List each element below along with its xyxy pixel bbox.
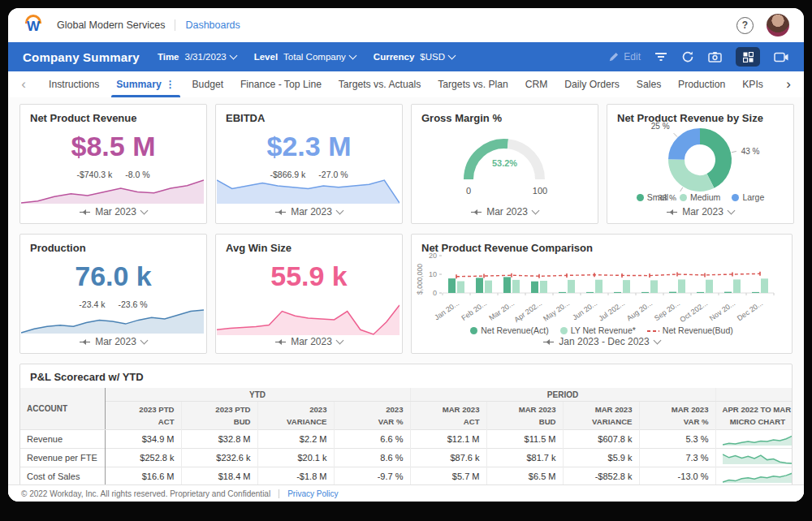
refresh-button[interactable] (681, 50, 694, 63)
period-label: Mar 2023 (682, 206, 723, 217)
table-title: P&L Scorecard w/ YTD (20, 364, 792, 388)
as-of-icon (275, 338, 286, 346)
period-selector[interactable]: Mar 2023 (216, 334, 402, 350)
legend-label: Medium (690, 192, 720, 202)
column-header-line2: VAR % (684, 417, 709, 426)
time-filter: Time 3/31/2023 (158, 52, 236, 62)
period-label: Mar 2023 (291, 336, 332, 347)
column-header-line1: 2023 (386, 405, 403, 414)
column-header-line1: 2023 PTD (139, 405, 174, 414)
value-cell: $5.9 k (563, 449, 639, 467)
tab-production[interactable]: Production (670, 71, 733, 97)
value-cell: $6.5 M (486, 467, 563, 486)
header-actions: Edit (608, 47, 789, 67)
micro-chart (723, 452, 792, 464)
period-selector[interactable]: Jan 2023 - Dec 2023 (412, 334, 792, 350)
help-icon[interactable] (736, 17, 754, 34)
column-header: 2023VARIANCE (257, 402, 334, 430)
time-value-dropdown[interactable]: 3/31/2023 (185, 52, 236, 62)
tab-targets-vs-plan[interactable]: Targets vs. Plan (430, 71, 516, 97)
value-cell: $5.7 M (410, 467, 486, 486)
tab-targets-vs-actuals[interactable]: Targets vs. Actuals (330, 71, 430, 97)
column-header-line2: VARIANCE (287, 417, 326, 426)
sparkline-chart (217, 303, 400, 335)
cards-row-2: Production 76.0 k -23.4 k -23.6 % Mar 20… (19, 234, 793, 354)
tab-instructions[interactable]: Instructions (41, 71, 107, 97)
value-cell: -13.0 % (639, 467, 715, 486)
currency-filter: Currency $USD (374, 52, 455, 62)
column-header-line1: MAR 2023 (595, 405, 633, 414)
snapshot-button[interactable] (708, 51, 722, 62)
svg-text:Jul 202...: Jul 202... (597, 299, 626, 322)
tab-kpis[interactable]: KPIs (734, 71, 771, 97)
svg-text:43 %: 43 % (741, 147, 760, 156)
column-header: MAR 2023BUD (486, 402, 563, 430)
gauge-value: 53.2% (412, 158, 598, 168)
legend-swatch (732, 194, 739, 201)
tab-label: Summary (116, 79, 162, 90)
period-label: Jan 2023 - Dec 2023 (559, 336, 649, 347)
micro-chart-cell (715, 430, 792, 449)
value-cell: 8.6 % (334, 449, 410, 467)
filter-button[interactable] (654, 51, 667, 62)
period-selector[interactable]: Mar 2023 (216, 204, 402, 220)
tab-label: Instructions (49, 79, 99, 90)
logo-letter (23, 19, 44, 35)
tab-label: Budget (192, 79, 223, 90)
period-selector[interactable]: Mar 2023 (607, 204, 793, 220)
table-row: Cost of Sales $16.6 M $18.4 M -$1.8 M -9… (20, 467, 792, 486)
level-value-dropdown[interactable]: Total Company (283, 52, 356, 62)
svg-text:0: 0 (433, 289, 437, 297)
legend-swatch (637, 194, 644, 201)
period-selector[interactable]: Mar 2023 (20, 334, 206, 350)
tab-summary[interactable]: Summary (108, 71, 184, 97)
currency-value-dropdown[interactable]: $USD (420, 52, 455, 62)
as-of-icon (543, 338, 554, 346)
divider (175, 19, 175, 31)
tab-label: KPIs (742, 79, 763, 90)
tab-label: Daily Orders (564, 79, 620, 90)
column-header: APR 2022 TO MAR 2...MICRO CHART (715, 402, 792, 430)
tab-options-icon[interactable] (166, 79, 175, 90)
chevron-down-icon (531, 207, 539, 215)
svg-text:20: 20 (429, 252, 437, 260)
card-title: Production (20, 235, 206, 254)
gauge-chart (447, 129, 561, 186)
edit-label: Edit (624, 51, 641, 62)
chevron-down-icon (727, 207, 735, 215)
tabs-scroll-left-icon[interactable] (13, 71, 34, 97)
period-selector[interactable]: Mar 2023 (412, 204, 598, 220)
value-cell: -9.7 % (334, 467, 410, 486)
table-row: Revenue $34.9 M $32.8 M $2.2 M 6.6 % $12… (20, 430, 792, 449)
grid-view-button[interactable] (736, 47, 760, 67)
column-header-line2: BUD (234, 417, 251, 426)
grid-icon (743, 52, 754, 62)
edit-button[interactable]: Edit (608, 51, 641, 62)
column-header: 2023 PTDBUD (181, 402, 257, 430)
tab-daily-orders[interactable]: Daily Orders (556, 71, 628, 97)
tab-budget[interactable]: Budget (184, 71, 231, 97)
column-header-line1: MAR 2023 (443, 405, 480, 414)
currency-value: $USD (420, 52, 445, 62)
as-of-icon (80, 338, 90, 346)
level-filter: Level Total Company (254, 52, 356, 62)
dashboards-link[interactable]: Dashboards (185, 19, 240, 31)
video-camera-icon (774, 52, 789, 62)
dashboard-tabs: Instructions Summary Budget Finance - To… (8, 71, 804, 98)
tab-sales[interactable]: Sales (628, 71, 670, 97)
tab-finance-top-line[interactable]: Finance - Top Line (232, 71, 330, 97)
svg-text:Jan 20...: Jan 20... (433, 299, 460, 321)
dashboard-header: Company Summary Time 3/31/2023 Level Tot… (8, 42, 804, 71)
tabs-scroll-right-icon[interactable] (778, 71, 799, 97)
legend-item-large: Large (732, 192, 764, 202)
column-header-line1: MAR 2023 (672, 405, 709, 414)
card-revenue-by-size: Net Product Revenue by Size 43 %33 %25 %… (607, 104, 794, 224)
user-avatar[interactable] (767, 14, 789, 37)
privacy-policy-link[interactable]: Privacy Policy (287, 489, 338, 498)
tab-crm[interactable]: CRM (517, 71, 556, 97)
period-selector[interactable]: Mar 2023 (20, 204, 206, 220)
time-label: Time (158, 52, 179, 62)
workday-logo-icon[interactable] (23, 14, 44, 37)
present-button[interactable] (774, 52, 789, 62)
card-title: Net Product Revenue Comparison (412, 235, 792, 254)
